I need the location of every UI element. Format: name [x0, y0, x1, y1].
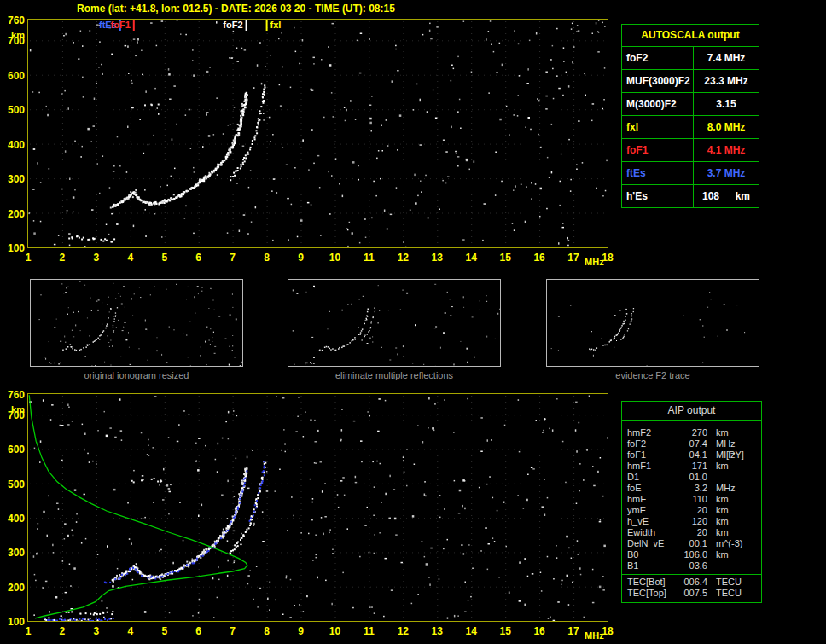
parameter-name: B0 [627, 549, 675, 560]
x-axis-tick-label: 15 [496, 625, 515, 637]
x-axis-tick-label: 12 [393, 625, 412, 637]
x-axis-tick-label: 13 [428, 252, 446, 264]
x-axis-tick-label: 5 [155, 252, 174, 264]
x-axis-tick-label: 11 [359, 252, 378, 264]
x-axis-tick-label: 12 [393, 252, 412, 264]
parameter-unit: MHz [716, 483, 736, 494]
x-axis-tick-label: 9 [292, 252, 311, 264]
parameter-name: fxI [622, 116, 694, 138]
parameter-name: D1 [627, 472, 675, 483]
x-axis-unit-label: MHz [585, 257, 604, 267]
autoscala-table-rows: foF27.4 MHzMUF(3000)F223.3 MHzM(3000)F23… [622, 46, 759, 207]
parameter-unit: km [716, 549, 729, 560]
parameter-name: hmF1 [627, 461, 675, 472]
x-axis-tick-label: 15 [496, 252, 515, 264]
parameter-unit: TECU [716, 577, 742, 588]
parameter-value: 04.1 [675, 450, 707, 461]
critical-frequency-marker-label: fxI [270, 20, 282, 30]
y-axis-tick-label: 200 [2, 582, 25, 594]
aip-row-fof1: foF104.1MHz[PY] [622, 450, 761, 461]
x-axis-tick-label: 11 [359, 625, 378, 637]
parameter-value: 23.3 MHz [694, 70, 759, 92]
x-axis-tick-label: 14 [462, 625, 480, 637]
x-axis-tick-label: 3 [87, 252, 106, 264]
x-axis-tick-label: 9 [292, 625, 311, 637]
y-axis-unit-label: km [2, 404, 25, 415]
thumbnail-panel-2 [288, 279, 501, 367]
y-axis-tick-label: 500 [2, 104, 25, 116]
parameter-value: 120 [675, 516, 707, 527]
parameter-unit: TECU [716, 588, 742, 599]
parameter-name: hmE [627, 494, 675, 505]
y-axis-tick-label: 300 [2, 547, 25, 559]
value-unit: km [736, 185, 750, 207]
parameter-name: foF1 [622, 139, 694, 161]
bottom-ionogram-canvas [28, 394, 608, 621]
x-axis-tick-label: 7 [224, 625, 242, 637]
parameter-value: 3.7 MHz [694, 162, 759, 184]
x-axis-tick-label: 1 [19, 625, 38, 637]
parameter-value: 270 [675, 427, 707, 438]
critical-frequency-marker-label: foF1 [111, 20, 131, 30]
parameter-unit: km [716, 505, 729, 516]
aip-row-foe: foE3.2MHz [622, 483, 761, 494]
aip-row-b0: B0106.0km [622, 549, 761, 560]
thumbnail-canvas [547, 280, 759, 366]
autoscala-table-title: AUTOSCALA output [622, 25, 759, 46]
x-axis-tick-label: 2 [53, 252, 72, 264]
parameter-flag: [PY] [726, 450, 744, 461]
parameter-value: 106.0 [675, 549, 707, 560]
parameter-value: 3.15 [694, 93, 759, 115]
x-axis-tick-label: 1 [19, 252, 38, 264]
aip-row-tecbot: TEC[Bot]006.4TECU [622, 577, 761, 588]
parameter-name: hmF2 [627, 427, 675, 438]
parameter-value: 20 [675, 505, 707, 516]
y-axis-tick-label: 760 [2, 389, 25, 401]
autoscala-row-fof1: foF14.1 MHz [622, 138, 759, 161]
parameter-value: 4.1 MHz [694, 139, 759, 161]
parameter-name: DelN_vE [627, 538, 675, 549]
parameter-value: 07.4 [675, 438, 707, 450]
autoscala-row-muf3000f2: MUF(3000)F223.3 MHz [622, 69, 759, 92]
x-axis-tick-label: 6 [189, 625, 208, 637]
x-axis-tick-label: 3 [87, 625, 106, 637]
y-axis-tick-label: 400 [2, 513, 25, 525]
x-axis-tick-label: 8 [258, 252, 276, 264]
parameter-name: TEC[Top] [627, 588, 675, 599]
parameter-unit: km [716, 461, 729, 472]
aip-output-table: AIP output hmF2270kmfoF207.4MHzfoF104.1M… [621, 401, 762, 603]
autoscala-row-fof2: foF27.4 MHz [622, 46, 759, 69]
parameter-value: 3.2 [675, 483, 707, 494]
y-axis-tick-label: 400 [2, 139, 25, 151]
x-axis-tick-label: 4 [121, 252, 140, 264]
y-axis-tick-label: 200 [2, 208, 25, 220]
aip-row-delnve: DelN_vE00.1m^(-3) [622, 538, 761, 549]
x-axis-tick-label: 10 [325, 625, 344, 637]
x-axis-tick-label: 16 [530, 625, 549, 637]
parameter-value: 7.4 MHz [694, 47, 759, 69]
autoscala-row-fxi: fxI8.0 MHz [622, 115, 759, 138]
parameter-name: M(3000)F2 [622, 93, 694, 115]
aip-tec-rows: TEC[Bot]006.4TECUTEC[Top]007.5TECU [622, 577, 761, 599]
x-axis-tick-label: 2 [53, 625, 72, 637]
y-axis-tick-label: 500 [2, 479, 25, 490]
parameter-value: 8.0 MHz [694, 116, 759, 138]
aip-tec-separator [622, 574, 761, 575]
aip-row-b1: B103.6 [622, 560, 761, 571]
parameter-name: MUF(3000)F2 [622, 70, 694, 92]
parameter-name: foF1 [627, 450, 675, 461]
x-axis-tick-label: 8 [258, 625, 276, 637]
aip-row-hme: hmE110km [622, 494, 761, 505]
x-axis-tick-label: 7 [224, 252, 242, 264]
critical-frequency-marker-label: foF2 [223, 20, 242, 30]
autoscala-window: Rome (lat: +41.8, lon: 012.5) - DATE: 20… [0, 0, 826, 644]
parameter-value: 007.5 [675, 588, 707, 599]
autoscala-row-ftes: ftEs3.7 MHz [622, 161, 759, 184]
x-axis-tick-label: 17 [564, 625, 583, 637]
parameter-unit: km [716, 516, 729, 527]
profile-ionogram-plot [27, 393, 608, 622]
aip-row-tectop: TEC[Top]007.5TECU [622, 588, 761, 599]
autoscala-row-hes: h'Es108km [622, 184, 759, 207]
parameter-unit: MHz [716, 438, 736, 450]
parameter-unit: km [716, 494, 729, 505]
